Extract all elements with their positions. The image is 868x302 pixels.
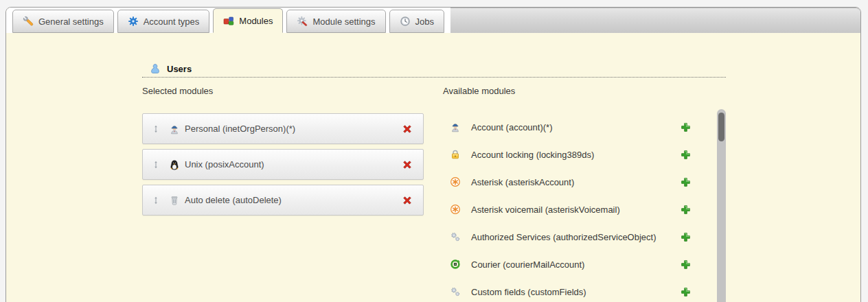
selected-modules-heading: Selected modules [142, 86, 424, 96]
tab-label: Module settings [312, 16, 375, 27]
account-types-icon [128, 16, 139, 27]
delete-icon[interactable] [402, 195, 413, 206]
section-title: Users [167, 64, 192, 74]
selected-module-row-auto-delete-autodelete[interactable]: Auto delete (autoDelete) [142, 185, 424, 216]
user-icon [150, 63, 161, 74]
available-module-row-account-locking-locking389ds: Account locking (locking389ds) [443, 141, 691, 168]
available-modules-heading: Available modules [443, 86, 726, 96]
module-label: Account locking (locking389ds) [471, 150, 681, 160]
modules-panel: Users Selected modules Personal (inetOrg… [6, 33, 860, 302]
module-label: Unix (posixAccount) [185, 159, 402, 170]
tab-jobs[interactable]: Jobs [389, 10, 444, 33]
available-module-row-asterisk-voicemail-asteriskvoicemail: Asterisk voicemail (asteriskVoicemail) [443, 196, 691, 223]
module-label: Authorized Services (authorizedServiceOb… [471, 232, 681, 242]
available-module-row-account-account: Account (account)(*) [443, 113, 691, 141]
selected-modules-list: Personal (inetOrgPerson)(*) Unix (posixA… [142, 113, 424, 216]
module-settings-icon [297, 16, 308, 27]
lock-icon [450, 149, 461, 160]
scrollbar-track[interactable] [717, 109, 726, 302]
add-icon[interactable] [681, 232, 691, 242]
move-icon[interactable] [152, 124, 160, 134]
trash-icon [169, 195, 180, 206]
module-label: Personal (inetOrgPerson)(*) [185, 124, 402, 134]
configuration-tabs-widget: General settings Account types Modules M… [5, 7, 861, 302]
module-label: Asterisk voicemail (asteriskVoicemail) [471, 205, 681, 215]
tab-bar-filler [450, 8, 860, 33]
wrench-icon [23, 16, 34, 27]
available-modules-column: Available modules Account (account)(*) A… [443, 86, 726, 302]
module-label: Courier (courierMailAccount) [471, 259, 681, 270]
add-icon[interactable] [681, 122, 691, 132]
delete-icon[interactable] [402, 159, 413, 170]
available-module-row-authorized-services-authorizedserviceobject: Authorized Services (authorizedServiceOb… [443, 223, 691, 251]
tab-label: Modules [239, 16, 273, 26]
module-label: Account (account)(*) [471, 122, 681, 132]
add-icon[interactable] [681, 177, 691, 187]
person-icon [450, 121, 461, 132]
add-icon[interactable] [681, 150, 691, 160]
tux-icon [169, 159, 180, 170]
tab-account-types[interactable]: Account types [117, 10, 210, 33]
module-label: Custom fields (customFields) [471, 287, 681, 297]
module-label: Asterisk (asteriskAccount) [471, 177, 681, 187]
scrollbar-thumb[interactable] [718, 113, 724, 141]
module-label: Auto delete (autoDelete) [185, 195, 402, 205]
person-icon [169, 124, 180, 135]
add-icon[interactable] [681, 259, 691, 270]
tab-label: General settings [38, 16, 104, 27]
available-module-row-custom-fields-customfields: Custom fields (customFields) [443, 278, 691, 302]
courier-icon [450, 259, 461, 270]
users-section-header: Users [142, 63, 726, 78]
modules-icon [223, 15, 234, 26]
add-icon[interactable] [681, 287, 691, 297]
gears-icon [450, 231, 461, 242]
asterisk-icon [450, 204, 461, 215]
available-module-row-courier-couriermailaccount: Courier (courierMailAccount) [443, 251, 691, 278]
selected-module-row-unix-posixaccount[interactable]: Unix (posixAccount) [142, 149, 424, 180]
available-module-row-asterisk-asteriskaccount: Asterisk (asteriskAccount) [443, 168, 691, 196]
add-icon[interactable] [681, 205, 691, 215]
tab-general-settings[interactable]: General settings [12, 10, 114, 33]
tab-modules[interactable]: Modules [213, 8, 283, 33]
selected-modules-column: Selected modules Personal (inetOrgPerson… [142, 86, 424, 302]
selected-module-row-personal-inetorgperson[interactable]: Personal (inetOrgPerson)(*) [142, 113, 424, 144]
jobs-icon [400, 16, 411, 27]
tab-label: Jobs [415, 16, 434, 27]
move-icon[interactable] [152, 196, 160, 205]
tab-bar: General settings Account types Modules M… [6, 8, 860, 33]
gears-icon [450, 286, 461, 297]
delete-icon[interactable] [402, 124, 413, 135]
move-icon[interactable] [152, 160, 160, 170]
asterisk-icon [450, 176, 461, 187]
tab-module-settings[interactable]: Module settings [286, 10, 385, 33]
tab-label: Account types [144, 16, 200, 27]
available-modules-list: Account (account)(*) Account locking (lo… [443, 113, 726, 302]
